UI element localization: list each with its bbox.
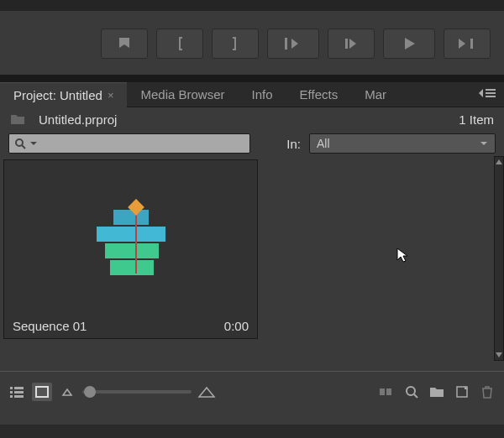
close-icon[interactable]: × — [108, 89, 114, 102]
vertical-scrollbar[interactable] — [494, 156, 504, 361]
delete-button[interactable] — [477, 383, 497, 401]
tab-markers[interactable]: Mar — [351, 82, 400, 107]
automate-icon — [379, 386, 394, 398]
list-view-button[interactable] — [7, 383, 27, 401]
triangle-small-icon — [61, 388, 73, 396]
chevron-down-icon — [29, 139, 38, 148]
svg-rect-1 — [345, 39, 348, 49]
svg-rect-3 — [486, 89, 496, 91]
chevron-down-icon — [480, 139, 488, 148]
new-bin-button[interactable] — [427, 383, 447, 401]
svg-rect-10 — [10, 391, 13, 394]
search-input[interactable] — [8, 133, 250, 154]
icon-view-icon — [35, 386, 49, 398]
tab-project-label: Project: Untitled — [13, 88, 102, 102]
tab-media-browser[interactable]: Media Browser — [127, 82, 238, 107]
bottom-strip — [0, 411, 504, 425]
folder-icon — [429, 386, 444, 398]
triangle-large-icon — [197, 386, 216, 398]
panel-tabs: Project: Untitled × Media Browser Info E… — [0, 82, 504, 107]
automate-button[interactable] — [376, 383, 396, 401]
step-forward-button[interactable] — [444, 29, 491, 59]
in-label: In: — [286, 137, 301, 151]
svg-rect-8 — [10, 387, 13, 389]
svg-rect-5 — [486, 96, 496, 97]
thumbnail-large-button[interactable] — [197, 383, 217, 401]
sequence-name: Sequence 01 — [13, 319, 87, 333]
sequence-thumbnail[interactable]: Sequence 01 0:00 — [3, 159, 258, 339]
bracket-close-icon — [229, 35, 241, 52]
go-in-icon — [283, 36, 303, 51]
project-folder-icon — [10, 113, 25, 125]
svg-rect-9 — [14, 387, 24, 389]
marker-icon — [117, 36, 132, 51]
cursor-icon — [396, 247, 409, 263]
project-header: Untitled.prproj 1 Item — [0, 107, 504, 131]
panel-menu-button[interactable] — [470, 87, 504, 102]
zoom-slider[interactable] — [82, 390, 192, 394]
play-icon — [402, 35, 417, 52]
transport-toolbar — [0, 12, 504, 76]
list-view-icon — [10, 386, 24, 398]
search-filter-row: In: All — [0, 131, 504, 156]
svg-rect-12 — [10, 395, 13, 398]
svg-line-7 — [22, 145, 25, 149]
project-panel: Untitled.prproj 1 Item In: All — [0, 107, 504, 411]
svg-point-6 — [16, 139, 23, 146]
project-content-area: Sequence 01 0:00 — [0, 156, 504, 364]
sequence-icon — [97, 210, 165, 275]
tab-project[interactable]: Project: Untitled × — [0, 82, 127, 107]
icon-view-button[interactable] — [32, 383, 52, 401]
in-dropdown-value: All — [317, 137, 330, 150]
app-top-bar — [0, 0, 504, 12]
project-empty-area[interactable] — [261, 156, 494, 364]
step-back-button[interactable] — [328, 29, 375, 59]
svg-rect-2 — [470, 39, 473, 49]
item-count: 1 Item — [459, 112, 494, 127]
set-out-button[interactable] — [212, 29, 259, 59]
search-icon — [14, 138, 26, 149]
find-icon — [405, 385, 418, 399]
set-in-button[interactable] — [156, 29, 203, 59]
svg-rect-0 — [285, 38, 287, 50]
svg-rect-15 — [380, 388, 385, 395]
svg-rect-14 — [36, 387, 48, 397]
project-footer — [0, 371, 504, 411]
bracket-open-icon — [174, 35, 186, 52]
step-back-icon — [343, 36, 360, 51]
step-forward-icon — [459, 36, 475, 51]
new-item-icon — [455, 385, 469, 399]
svg-line-18 — [414, 394, 417, 398]
svg-rect-16 — [386, 388, 391, 395]
thumbnail-small-button[interactable] — [57, 383, 77, 401]
project-filename: Untitled.prproj — [39, 112, 117, 127]
scroll-down-icon[interactable] — [495, 350, 503, 360]
tab-info[interactable]: Info — [239, 82, 286, 107]
trash-icon — [481, 385, 493, 399]
svg-rect-4 — [486, 92, 496, 94]
svg-point-17 — [407, 387, 415, 395]
new-item-button[interactable] — [452, 383, 472, 401]
in-dropdown[interactable]: All — [309, 133, 496, 154]
tab-effects[interactable]: Effects — [286, 82, 352, 107]
goto-in-button[interactable] — [267, 29, 319, 59]
svg-rect-13 — [14, 395, 24, 398]
find-button[interactable] — [402, 383, 422, 401]
play-button[interactable] — [383, 29, 435, 59]
sequence-duration: 0:00 — [224, 319, 249, 333]
svg-rect-11 — [14, 391, 24, 394]
scroll-up-icon[interactable] — [495, 157, 503, 167]
marker-button[interactable] — [101, 29, 148, 59]
